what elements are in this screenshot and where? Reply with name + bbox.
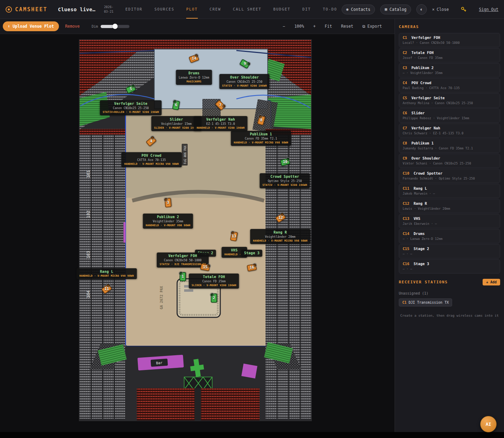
- camera-plot-label[interactable]: Verfolger Nah EZ-1 45-135 T3.0 HANDHELD …: [194, 116, 248, 131]
- dim-slider[interactable]: [101, 25, 129, 28]
- camera-card[interactable]: C3 Publikum 2 — · Voightländer 35mm: [399, 63, 500, 78]
- camera-card[interactable]: C1 Verfolger FOH Local? · Canon CN20x50 …: [399, 33, 500, 47]
- nav-tab[interactable]: SOURCES: [154, 0, 174, 19]
- camera-meta: Lewis · Voightländer 20mm: [403, 207, 496, 210]
- camera-plot-label[interactable]: Publikum 1 Canon FD 35mm T2.1 HANDHELD ·…: [231, 131, 291, 146]
- fit-button[interactable]: Fit: [325, 24, 332, 29]
- unassigned-label: Unassigned (1): [399, 291, 500, 295]
- camera-plot-label[interactable]: Verfolger Seite Canon CN10x25 25-250 STA…: [100, 100, 162, 115]
- reset-button[interactable]: Reset: [341, 24, 354, 29]
- camera-plot-label[interactable]: POV Crowd CATTA Ace 70-135 HANDHELD · V-…: [121, 152, 182, 167]
- venue-plot[interactable]: 101 102 103 104 FoG 466 PAX GA 2672 PAX: [79, 39, 312, 421]
- unassigned-receiver-chip[interactable]: C1 DJI Transmission TX: [399, 298, 452, 306]
- theme-icon: ◐: [420, 7, 423, 12]
- camera-meta: — · —: [403, 267, 496, 271]
- nav-tab[interactable]: EDITOR: [126, 0, 143, 19]
- brand[interactable]: CAMSHEET: [6, 0, 47, 19]
- camera-name: Verfolger FOH: [411, 35, 440, 40]
- camera-meta: — · —: [403, 252, 496, 256]
- sign-out-link[interactable]: Sign Out: [479, 7, 498, 12]
- export-button[interactable]: ⧉ Export: [362, 24, 382, 29]
- key-icon[interactable]: [461, 6, 467, 13]
- plot-label-rig: STATIV · V-MOUNT V200 196WH: [262, 183, 307, 187]
- nav-tab[interactable]: DIT: [302, 0, 311, 19]
- fog-label: FoG 466 PAX: [182, 144, 188, 166]
- camera-card-title: C2 Totale FOH: [403, 50, 496, 55]
- close-icon: ×: [432, 7, 435, 12]
- camera-card[interactable]: C7 Verfolger Nah Chris Schwarz · EZ-1 45…: [399, 123, 500, 138]
- camera-card[interactable]: C14 Drums — · Laowa Zero-D 12mm: [399, 229, 500, 243]
- plot-canvas[interactable]: 101 102 103 104 FoG 466 PAX GA 2672 PAX: [0, 34, 395, 432]
- camera-number: 5: [130, 87, 132, 91]
- camera-card[interactable]: C16 Stage 3 — · —: [399, 259, 500, 274]
- camera-name: Rang L: [414, 186, 427, 190]
- project-title[interactable]: Clueso live…: [58, 7, 95, 12]
- camera-plot-label[interactable]: Stage 3: [241, 250, 262, 257]
- ga-label: GA 2672 PAX: [160, 286, 163, 309]
- nav-tab[interactable]: BUDGET: [273, 0, 290, 19]
- plot-label-rig: STATIV · V-MOUNT V200 196WH: [222, 84, 267, 87]
- nav-tab[interactable]: CREW: [210, 0, 221, 19]
- camera-card-title: C5 Verfolger Seite: [403, 96, 496, 100]
- upload-icon: ⬆: [8, 24, 10, 29]
- camera-card[interactable]: C5 Verfolger Seite Anthony Molina · Cano…: [399, 93, 500, 108]
- fog-label-text: FoG 466 PAX: [184, 146, 187, 164]
- upload-venue-plot-button[interactable]: ⬆ Upload Venue Plot: [3, 21, 59, 31]
- key-icon-glyph: [461, 6, 467, 13]
- catalog-label: Catalog: [390, 7, 406, 12]
- plot-label-lens: Optimo Style 25-250: [262, 179, 307, 183]
- camera-card[interactable]: C12 Rang R Lewis · Voightländer 20mm: [399, 199, 500, 213]
- app-window: CAMSHEET Clueso live… 2026- 03-21 EDITOR…: [0, 0, 504, 432]
- plot-label-title: POV Crowd: [124, 154, 179, 157]
- camera-card[interactable]: C2 Totale FOH Josef · Canon FD 35mm: [399, 48, 500, 62]
- nav-tab[interactable]: CALL SHEET: [233, 0, 261, 19]
- camera-id: C5: [403, 96, 407, 100]
- camera-card[interactable]: C11 Rang L Jakob Marwein · —: [399, 184, 500, 198]
- dim-slider-knob[interactable]: [113, 24, 118, 29]
- plot-label-rig: SLIDER · V-MOUNT V200 196WH: [191, 284, 236, 287]
- camera-card[interactable]: C15 Stage 2 — · —: [399, 244, 500, 258]
- header-actions: ◉ Contacts ▦ Catalog ◐ × Close Sign Out: [342, 0, 498, 19]
- plot-label-title: Slider: [154, 117, 199, 121]
- catalog-icon: ▦: [385, 7, 387, 12]
- camera-name: POV Crowd: [411, 81, 431, 85]
- zoom-in-button[interactable]: +: [313, 24, 316, 29]
- camera-plot-label[interactable]: Totale FOH Canon FD 35mm SLIDER · V-MOUN…: [189, 274, 239, 289]
- close-button[interactable]: × Close: [432, 7, 449, 12]
- camera-card-title: C14 Drums: [403, 231, 496, 236]
- contacts-button[interactable]: ◉ Contacts: [342, 5, 375, 14]
- camera-card[interactable]: C10 Crowd Spotter Fernando Schmidt · Opt…: [399, 169, 500, 183]
- camera-card-title: C8 Publikum 1: [403, 141, 496, 145]
- ai-assistant-button[interactable]: AI: [480, 416, 497, 432]
- zoom-out-button[interactable]: −: [283, 24, 285, 29]
- plot-label-lens: Canon CN10x25 25-250: [222, 80, 267, 83]
- camera-card[interactable]: C9 Over Shoulder Viktor Schani · Canon C…: [399, 154, 500, 168]
- camera-id: C6: [403, 111, 407, 115]
- nav-tab[interactable]: PLOT: [186, 0, 198, 19]
- camera-card[interactable]: C4 POV Crowd Paul Bading · CATTA Ace 70-…: [399, 78, 500, 93]
- add-station-button[interactable]: + Add: [483, 279, 500, 285]
- camera-plot-label[interactable]: Rang R Voightländer 20mm HANDHELD · V-MO…: [250, 229, 310, 244]
- plot-label-title: Over Shoulder: [222, 75, 267, 79]
- camera-meta: Chris Schwarz · EZ-1 45-135 T3.0: [403, 132, 496, 135]
- camera-plot-label[interactable]: Over Shoulder Canon CN10x25 25-250 STATI…: [219, 74, 269, 89]
- section-label-103: 103: [86, 251, 91, 258]
- remove-link[interactable]: Remove: [65, 24, 80, 29]
- camera-plot-label[interactable]: Rang L HANDHELD · V-MOUNT MICRO V98 98WH: [76, 268, 137, 279]
- camera-plot-label[interactable]: Crowd Spotter Optimo Style 25-250 STATIV…: [260, 173, 310, 188]
- camera-plot-label[interactable]: Drums Laowa Zero-D 12mm MAGICARMS: [176, 70, 212, 85]
- nav-tab[interactable]: TO-DO: [323, 0, 337, 19]
- catalog-button[interactable]: ▦ Catalog: [380, 5, 411, 14]
- camera-number: 4: [150, 139, 153, 143]
- camera-card[interactable]: C13 VHS Jarik Eberwein · —: [399, 214, 500, 228]
- camera-plot-label[interactable]: Publikum 2 Voightländer 35mm HANDHELD · …: [143, 214, 193, 229]
- camera-card[interactable]: C6 Slider Philippe Rebosz · Voightländer…: [399, 108, 500, 123]
- dim-label: Dim: [92, 25, 98, 28]
- camera-id: C10: [403, 171, 409, 175]
- contacts-label: Contacts: [351, 7, 370, 12]
- camera-id: C11: [403, 186, 409, 190]
- camera-card[interactable]: C8 Publikum 1 Jumandy Guitarra · Canon F…: [399, 139, 500, 153]
- section-label-101: 101: [86, 170, 91, 178]
- theme-toggle-button[interactable]: ◐: [416, 4, 427, 15]
- plot-label-lens: CATTA Ace 70-135: [124, 158, 179, 162]
